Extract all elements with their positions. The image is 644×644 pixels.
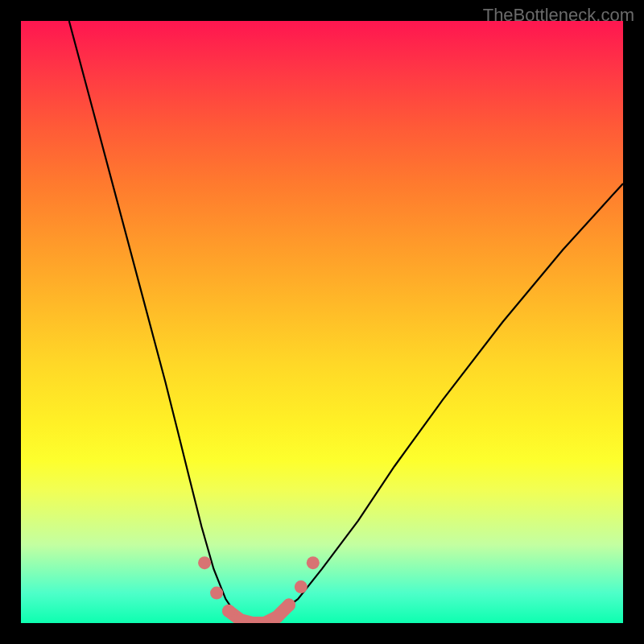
highlight-dot — [222, 605, 235, 617]
highlight-dot — [307, 556, 320, 569]
watermark-text: TheBottleneck.com — [483, 5, 634, 26]
highlight-dot — [210, 587, 223, 600]
chart-plot-area — [21, 21, 623, 623]
highlight-dot — [198, 556, 211, 569]
bottleneck-chart — [21, 21, 623, 623]
highlight-dots — [198, 556, 320, 623]
highlight-dot — [295, 580, 308, 593]
highlight-group — [198, 556, 320, 623]
curve-group — [69, 21, 623, 623]
highlight-dot — [270, 611, 283, 624]
highlight-dot — [283, 599, 295, 612]
bottleneck-curve — [69, 21, 623, 623]
